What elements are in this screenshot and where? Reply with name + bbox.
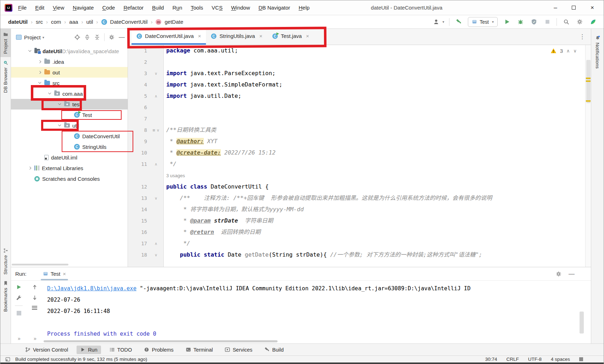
breadcrumb-item-getdate[interactable]: getDate [164, 19, 183, 25]
editor-tab-stringutils-java[interactable]: CStringUtils.java× [206, 29, 267, 45]
code-line[interactable]: 18∨ public static Date getDate(String st… [128, 249, 591, 261]
menu-item-edit[interactable]: Edit [35, 5, 44, 11]
breadcrumb-item-dateconvertutil[interactable]: DateConvertUtil [110, 19, 148, 25]
run-console-output[interactable]: D:\Java\jdk1.8\bin\java.exe "-javaagent:… [43, 281, 591, 343]
menu-item-refactor[interactable]: Refactor [123, 5, 144, 11]
menu-item-code[interactable]: Code [102, 5, 115, 11]
tree-item-scratches-and-consoles[interactable]: Scratches and Consoles [11, 173, 128, 184]
tool-window-toggle-icon[interactable] [5, 357, 10, 362]
menu-item-navigate[interactable]: Navigate [73, 5, 94, 11]
code-line[interactable]: 15 * @param strDate 字符串日期 [128, 215, 591, 226]
adjust-comment-icon[interactable]: ≡ [152, 128, 155, 133]
tree-item-dateutil-iml[interactable]: dateUtil.iml [11, 152, 128, 163]
minimize-button[interactable]: – [546, 1, 565, 14]
rerun-button[interactable] [16, 284, 22, 290]
code-line[interactable]: 3∨import java.text.ParseException; [128, 68, 591, 79]
chevron-down-icon[interactable] [25, 50, 34, 51]
code-line[interactable]: 17∧ */ [128, 238, 591, 249]
stripe-item-structure[interactable]: Structure [0, 245, 11, 278]
code-line[interactable]: 9 * @author: XYT [128, 136, 591, 147]
stripe-item-db-browser[interactable]: DB Browser [0, 57, 11, 96]
run-configuration-select[interactable]: Test ▾ [468, 17, 498, 27]
code-line[interactable]: 10 * @create-date: 2022/7/26 15:12 [128, 147, 591, 158]
code-line[interactable]: 5∧import java.util.Date; [128, 90, 591, 102]
usages-inlay-hint[interactable]: 3 usages [163, 173, 185, 178]
code-line[interactable]: 3 usages [128, 170, 591, 181]
console-link[interactable]: D:\Java\jdk1.8\bin\java.exe [47, 285, 136, 292]
fold-marker-icon[interactable]: ∨ [157, 128, 160, 133]
caret-position[interactable]: 30:74 [485, 357, 497, 362]
code-line[interactable]: 16 * @return 返回转换的日期 [128, 226, 591, 238]
plugin-colorful-icon[interactable] [589, 18, 597, 26]
code-line[interactable]: 7 [128, 113, 591, 124]
chevron-right-icon[interactable] [35, 71, 44, 73]
hide-panel-icon[interactable]: — [119, 34, 125, 41]
chevron-down-icon[interactable] [45, 93, 54, 94]
tree-item-out[interactable]: out [11, 67, 128, 78]
user-profile-icon[interactable] [432, 18, 440, 26]
fold-marker-icon[interactable]: ∨ [155, 253, 157, 257]
tree-item-com-aaa[interactable]: com.aaa [11, 88, 128, 99]
soft-wrap-icon[interactable] [32, 306, 38, 310]
prev-warning-icon[interactable]: ∧ [566, 48, 570, 54]
tree-item-dateutil[interactable]: dateUtil D:\java\idea_space\date [11, 46, 128, 56]
chevron-right-icon[interactable] [35, 61, 44, 63]
tree-item-external-libraries[interactable]: External Libraries [11, 163, 128, 173]
code-line[interactable]: 6 [128, 102, 591, 113]
tree-item-util[interactable]: util [11, 120, 128, 131]
code-line[interactable]: 1package com.aaa.util; [128, 45, 591, 56]
breadcrumb-item-src[interactable]: src [36, 19, 43, 25]
maximize-button[interactable] [565, 1, 583, 14]
edit-configuration-icon[interactable] [16, 295, 22, 301]
chevron-down-icon[interactable] [35, 82, 44, 83]
project-settings-gear-icon[interactable] [109, 34, 114, 40]
toolwindow-button-todo[interactable]: TODO [106, 346, 136, 354]
expand-all-icon[interactable] [84, 34, 90, 40]
toolwindow-button-terminal[interactable]: Terminal [182, 346, 217, 354]
locate-file-icon[interactable] [74, 34, 80, 40]
toolwindow-button-build[interactable]: Build [261, 346, 287, 354]
code-line[interactable]: 11∧ */ [128, 158, 591, 170]
tree-item-test[interactable]: CTest [11, 110, 128, 120]
run-with-coverage-button[interactable] [530, 18, 538, 26]
hide-run-panel-icon[interactable]: — [569, 270, 575, 278]
close-button[interactable]: × [583, 1, 602, 14]
code-line[interactable]: 14 * 将字符串转为日期，默认格式为yyyy-MM-dd [128, 204, 591, 215]
code-line[interactable]: 8≡∨/**日期转换工具类 [128, 124, 591, 136]
fold-marker-icon[interactable]: ∨ [155, 196, 157, 201]
menu-item-help[interactable]: Help [298, 5, 309, 11]
chevron-down-icon[interactable] [55, 125, 64, 126]
down-stacktrace-icon[interactable] [32, 295, 38, 301]
stripe-item-project[interactable]: Project [0, 29, 11, 57]
readonly-lock-icon[interactable] [579, 357, 583, 361]
fold-marker-icon[interactable]: ∨ [155, 71, 157, 76]
build-project-button[interactable] [454, 18, 463, 26]
warning-mark[interactable] [586, 80, 591, 82]
next-warning-icon[interactable]: ∨ [573, 48, 577, 54]
stripe-item-notifications[interactable]: Notifications [594, 32, 601, 72]
editor-tab-dateconvertutil-java[interactable]: CDateConvertUtil.java× [132, 29, 206, 45]
line-separator[interactable]: CRLF [506, 357, 519, 362]
code-line[interactable]: 13∨ /** 注释方法: /**+回车键 形参会被自动提取出来并加粗描黑。这就… [128, 192, 591, 204]
menu-item-view[interactable]: View [53, 5, 64, 11]
menu-item-build[interactable]: Build [152, 5, 164, 11]
status-message[interactable]: Build completed successfully in 9 sec, 1… [15, 357, 147, 362]
stripe-item-bookmarks[interactable]: Bookmarks [0, 278, 11, 315]
console-hscrollbar[interactable] [44, 340, 278, 342]
breadcrumb-item-com[interactable]: com [51, 19, 61, 25]
file-encoding[interactable]: UTF-8 [528, 357, 542, 362]
search-everywhere-icon[interactable] [562, 18, 570, 26]
editor-tab-test-java[interactable]: CTest.java× [267, 29, 314, 45]
menu-item-window[interactable]: Window [231, 5, 250, 11]
code-line[interactable]: 4import java.text.SimpleDateFormat; [128, 79, 591, 90]
tab-close-icon[interactable]: × [259, 33, 262, 39]
fold-marker-icon[interactable]: ∧ [155, 162, 157, 167]
up-stacktrace-icon[interactable] [32, 284, 38, 290]
run-tab-test[interactable]: Test × [40, 267, 69, 280]
run-settings-gear-icon[interactable] [556, 271, 561, 277]
code-line[interactable]: 12public class DateConvertUtil { [128, 181, 591, 192]
more-actions-icon[interactable]: » [34, 336, 36, 341]
debug-button[interactable] [516, 18, 525, 26]
menu-item-vcs[interactable]: VCS [212, 5, 223, 11]
run-tab-close-icon[interactable]: × [63, 271, 66, 277]
